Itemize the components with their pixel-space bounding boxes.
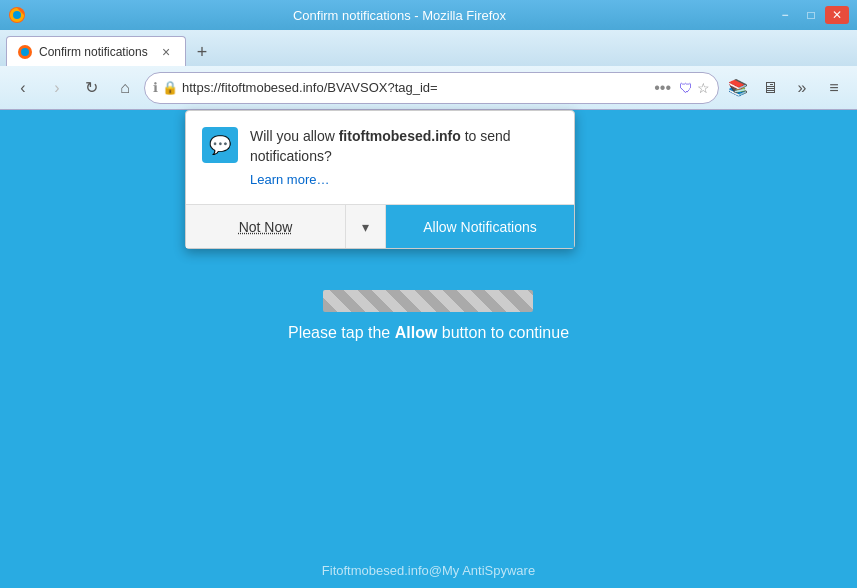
instruction-keyword: Allow: [395, 324, 438, 341]
not-now-button[interactable]: Not Now: [186, 205, 346, 248]
reload-button[interactable]: ↻: [76, 73, 106, 103]
url-input[interactable]: [182, 80, 646, 95]
back-button[interactable]: ‹: [8, 73, 38, 103]
footer-text: Fitoftmobesed.info@My AntiSpyware: [322, 563, 535, 578]
lock-icon: 🔒: [162, 80, 178, 95]
window-title: Confirm notifications - Mozilla Firefox: [26, 8, 773, 23]
forward-button[interactable]: ›: [42, 73, 72, 103]
maximize-button[interactable]: □: [799, 6, 823, 24]
page-instruction: Please tap the Allow button to continue: [288, 324, 569, 342]
close-window-button[interactable]: ✕: [825, 6, 849, 24]
firefox-logo-icon: [8, 6, 26, 24]
tab-bar: Confirm notifications × +: [0, 30, 857, 66]
allow-notifications-button[interactable]: Allow Notifications: [386, 205, 574, 248]
svg-point-3: [21, 48, 29, 56]
address-bar[interactable]: ℹ 🔒 ••• 🛡 ☆: [144, 72, 719, 104]
instruction-prefix: Please tap the: [288, 324, 395, 341]
not-now-dropdown-button[interactable]: ▾: [346, 205, 386, 248]
home-button[interactable]: ⌂: [110, 73, 140, 103]
minimize-button[interactable]: −: [773, 6, 797, 24]
synced-tabs-button[interactable]: 🖥: [755, 73, 785, 103]
info-icon[interactable]: ℹ: [153, 80, 158, 95]
popup-actions: Not Now ▾ Allow Notifications: [186, 204, 574, 248]
title-bar-controls: − □ ✕: [773, 6, 849, 24]
progress-bar: [323, 290, 533, 312]
popup-domain: fitoftmobesed.info: [339, 128, 461, 144]
tab-close-button[interactable]: ×: [157, 43, 175, 61]
content-area: 💬 Will you allow fitoftmobesed.info to s…: [0, 110, 857, 588]
learn-more-link[interactable]: Learn more…: [250, 172, 329, 187]
active-tab[interactable]: Confirm notifications ×: [6, 36, 186, 66]
page-footer: Fitoftmobesed.info@My AntiSpyware: [322, 563, 535, 578]
menu-button[interactable]: ≡: [819, 73, 849, 103]
title-bar: Confirm notifications - Mozilla Firefox …: [0, 0, 857, 30]
toolbar-right: 📚 🖥 » ≡: [723, 73, 849, 103]
popup-text-area: Will you allow fitoftmobesed.info to sen…: [250, 127, 558, 188]
tab-favicon-icon: [17, 44, 33, 60]
tab-label: Confirm notifications: [39, 45, 151, 59]
instruction-suffix: button to continue: [437, 324, 569, 341]
title-bar-left: [8, 6, 26, 24]
bookmark-icon[interactable]: ☆: [697, 80, 710, 96]
popup-message-icon: 💬: [202, 127, 238, 163]
new-tab-button[interactable]: +: [188, 38, 216, 66]
notification-popup: 💬 Will you allow fitoftmobesed.info to s…: [185, 110, 575, 249]
chat-icon: 💬: [209, 134, 231, 156]
popup-body: 💬 Will you allow fitoftmobesed.info to s…: [186, 111, 574, 204]
page-content: Please tap the Allow button to continue: [288, 290, 569, 342]
more-options-icon[interactable]: •••: [650, 77, 675, 99]
popup-question: Will you allow fitoftmobesed.info to sen…: [250, 127, 558, 166]
popup-question-prefix: Will you allow: [250, 128, 339, 144]
svg-point-1: [13, 11, 21, 19]
shield-icon[interactable]: 🛡: [679, 80, 693, 96]
toolbar: ‹ › ↻ ⌂ ℹ 🔒 ••• 🛡 ☆ 📚 🖥 » ≡: [0, 66, 857, 110]
library-button[interactable]: 📚: [723, 73, 753, 103]
overflow-button[interactable]: »: [787, 73, 817, 103]
